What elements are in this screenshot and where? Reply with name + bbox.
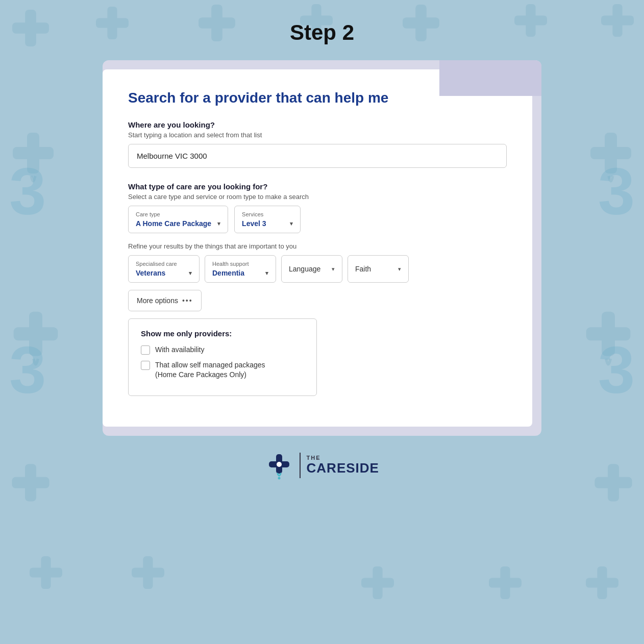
care-dropdowns: Care type A Home Care Package ▾ Services… (128, 206, 507, 233)
care-type-label: What type of care are you looking for? (128, 182, 507, 191)
page-wrapper: Step 2 Search for a provider that can he… (0, 0, 644, 644)
providers-title: Show me only providers: (141, 329, 304, 338)
step-title: Step 2 (290, 20, 354, 45)
specialised-care-value: Veterans ▾ (136, 269, 192, 277)
language-chevron-icon: ▾ (332, 266, 335, 273)
language-dropdown[interactable]: Language ▾ (281, 255, 342, 283)
more-options-label: More options (137, 296, 178, 305)
careside-logo-icon (265, 451, 293, 480)
specialised-care-dropdown[interactable]: Specialised care Veterans ▾ (128, 255, 200, 283)
svg-point-40 (278, 477, 281, 479)
services-chevron-icon: ▾ (290, 220, 293, 227)
services-dropdown[interactable]: Services Level 3 ▾ (234, 206, 301, 233)
specialised-care-chevron-icon: ▾ (189, 270, 192, 277)
more-options-dots-icon: ••• (182, 296, 193, 305)
care-type-sublabel: Select a care type and service or room t… (128, 193, 507, 201)
health-support-chevron-icon: ▾ (265, 270, 268, 277)
health-support-value: Dementia ▾ (212, 269, 268, 277)
specialised-care-label: Specialised care (136, 261, 192, 267)
logo-careside: CARESIDE (307, 461, 379, 476)
availability-row: With availability (141, 345, 304, 355)
self-managed-label: That allow self managed packages (Home C… (155, 360, 265, 380)
refine-dropdowns: Specialised care Veterans ▾ Health suppo… (128, 255, 507, 283)
svg-point-39 (277, 462, 282, 467)
providers-box: Show me only providers: With availabilit… (128, 318, 317, 396)
inner-card: Search for a provider that can help me W… (103, 69, 532, 427)
outer-card: Search for a provider that can help me W… (103, 60, 541, 436)
more-options-button[interactable]: More options ••• (128, 290, 202, 311)
care-type-dropdown-label: Care type (136, 211, 220, 217)
faith-chevron-icon: ▾ (398, 266, 401, 273)
self-managed-checkbox[interactable] (141, 361, 150, 370)
services-dropdown-value: Level 3 ▾ (242, 219, 293, 228)
availability-label: With availability (155, 345, 204, 355)
health-support-label: Health support (212, 261, 268, 267)
logo-section: THE CARESIDE (265, 451, 379, 480)
location-section: Where are you looking? Start typing a lo… (128, 120, 507, 182)
logo-text: THE CARESIDE (307, 455, 379, 476)
care-type-chevron-icon: ▾ (217, 220, 220, 227)
location-sublabel: Start typing a location and select from … (128, 131, 507, 139)
location-input[interactable] (128, 144, 507, 168)
faith-label: Faith (355, 265, 371, 273)
purple-accent (439, 60, 541, 96)
health-support-dropdown[interactable]: Health support Dementia ▾ (205, 255, 276, 283)
care-type-dropdown[interactable]: Care type A Home Care Package ▾ (128, 206, 228, 233)
refine-label: Refine your results by the things that a… (128, 242, 507, 250)
availability-checkbox[interactable] (141, 345, 150, 355)
self-managed-row: That allow self managed packages (Home C… (141, 360, 304, 380)
care-type-dropdown-value: A Home Care Package ▾ (136, 219, 220, 228)
location-label: Where are you looking? (128, 120, 507, 129)
faith-dropdown[interactable]: Faith ▾ (348, 255, 409, 283)
logo-divider (300, 453, 301, 478)
services-dropdown-label: Services (242, 211, 293, 217)
care-type-section: What type of care are you looking for? S… (128, 182, 507, 396)
language-label: Language (289, 265, 320, 273)
